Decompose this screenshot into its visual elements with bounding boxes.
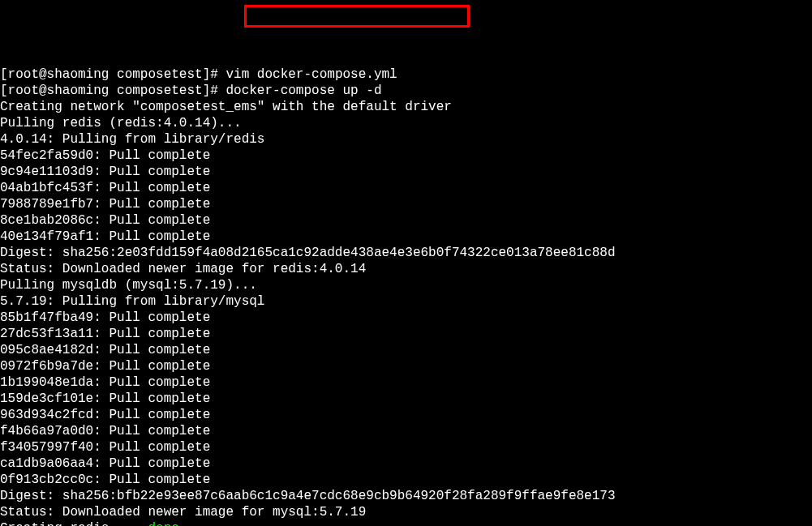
terminal-line: 159de3cf101e: Pull complete xyxy=(0,391,812,407)
status-done: done xyxy=(148,521,178,526)
output-text: 8ce1bab2086c: Pull complete xyxy=(0,213,210,228)
terminal-line: 1b199048e1da: Pull complete xyxy=(0,374,812,391)
terminal-line: 4.0.14: Pulling from library/redis xyxy=(0,131,812,148)
terminal-line: 9c94e11103d9: Pull complete xyxy=(0,164,812,180)
terminal-line: [root@shaoming composetest]# docker-comp… xyxy=(0,83,812,99)
output-text: ca1db9a06aa4: Pull complete xyxy=(0,456,210,471)
output-text: 27dc53f13a11: Pull complete xyxy=(0,327,210,341)
output-text: f4b66a97a0d0: Pull complete xyxy=(0,424,210,438)
terminal-line: 40e134f79af1: Pull complete xyxy=(0,229,812,245)
terminal-line: 04ab1bfc453f: Pull complete xyxy=(0,180,812,196)
output-text: 5.7.19: Pulling from library/mysql xyxy=(0,294,264,309)
output-text: 7988789e1fb7: Pull complete xyxy=(0,197,210,212)
terminal-line: 0f913cb2cc0c: Pull complete xyxy=(0,472,812,488)
terminal-line: 0972f6b9a7de: Pull complete xyxy=(0,358,812,374)
terminal-line: 54fec2fa59d0: Pull complete xyxy=(0,148,812,164)
terminal-output[interactable]: [root@shaoming composetest]# vim docker-… xyxy=(0,65,812,526)
terminal-line: 095c8ae4182d: Pull complete xyxy=(0,342,812,358)
output-text: f34057997f40: Pull complete xyxy=(0,440,210,455)
shell-command: docker-compose up -d xyxy=(226,83,381,98)
output-text: Status: Downloaded newer image for redis… xyxy=(0,262,366,276)
creating-label: Creating redis ... xyxy=(0,521,148,526)
terminal-line: f34057997f40: Pull complete xyxy=(0,439,812,455)
terminal-line: Digest: sha256:bfb22e93ee87c6aab6c1c9a4e… xyxy=(0,488,812,504)
terminal-line: 85b1f47fba49: Pull complete xyxy=(0,310,812,326)
output-text: Pulling mysqldb (mysql:5.7.19)... xyxy=(0,278,257,293)
highlight-annotation xyxy=(244,5,470,28)
terminal-line: ca1db9a06aa4: Pull complete xyxy=(0,455,812,472)
output-text: 0972f6b9a7de: Pull complete xyxy=(0,359,210,374)
output-text: Creating network "composetest_ems" with … xyxy=(0,100,452,114)
shell-prompt: [root@shaoming composetest]# xyxy=(0,67,226,82)
terminal-line: Status: Downloaded newer image for redis… xyxy=(0,261,812,277)
shell-command: vim docker-compose.yml xyxy=(226,67,397,82)
terminal-line: [root@shaoming composetest]# vim docker-… xyxy=(0,66,812,83)
output-text: 095c8ae4182d: Pull complete xyxy=(0,343,210,357)
shell-prompt: [root@shaoming composetest]# xyxy=(0,83,226,98)
output-text: 159de3cf101e: Pull complete xyxy=(0,391,210,406)
terminal-line: 27dc53f13a11: Pull complete xyxy=(0,326,812,342)
terminal-line: Digest: sha256:2e03fdd159f4a08d2165ca1c9… xyxy=(0,245,812,261)
terminal-line: 5.7.19: Pulling from library/mysql xyxy=(0,293,812,310)
output-text: Status: Downloaded newer image for mysql… xyxy=(0,505,366,520)
terminal-line: Pulling redis (redis:4.0.14)... xyxy=(0,115,812,131)
output-text: 40e134f79af1: Pull complete xyxy=(0,229,210,244)
output-text: 9c94e11103d9: Pull complete xyxy=(0,165,210,179)
terminal-line: Pulling mysqldb (mysql:5.7.19)... xyxy=(0,277,812,293)
output-text: 54fec2fa59d0: Pull complete xyxy=(0,148,210,163)
terminal-line: Creating network "composetest_ems" with … xyxy=(0,99,812,115)
output-text: 04ab1bfc453f: Pull complete xyxy=(0,181,210,195)
terminal-line: Creating redis ... done xyxy=(0,520,812,526)
output-text: Pulling redis (redis:4.0.14)... xyxy=(0,116,242,130)
terminal-line: 8ce1bab2086c: Pull complete xyxy=(0,212,812,229)
output-text: 0f913cb2cc0c: Pull complete xyxy=(0,473,210,487)
output-text: 85b1f47fba49: Pull complete xyxy=(0,310,210,325)
output-text: 963d934c2fcd: Pull complete xyxy=(0,408,210,422)
terminal-line: 7988789e1fb7: Pull complete xyxy=(0,196,812,212)
output-text: 4.0.14: Pulling from library/redis xyxy=(0,132,264,147)
terminal-line: Status: Downloaded newer image for mysql… xyxy=(0,504,812,520)
terminal-line: 963d934c2fcd: Pull complete xyxy=(0,407,812,423)
output-text: Digest: sha256:bfb22e93ee87c6aab6c1c9a4e… xyxy=(0,489,616,503)
output-text: Digest: sha256:2e03fdd159f4a08d2165ca1c9… xyxy=(0,246,616,260)
terminal-line: f4b66a97a0d0: Pull complete xyxy=(0,423,812,439)
output-text: 1b199048e1da: Pull complete xyxy=(0,375,210,390)
